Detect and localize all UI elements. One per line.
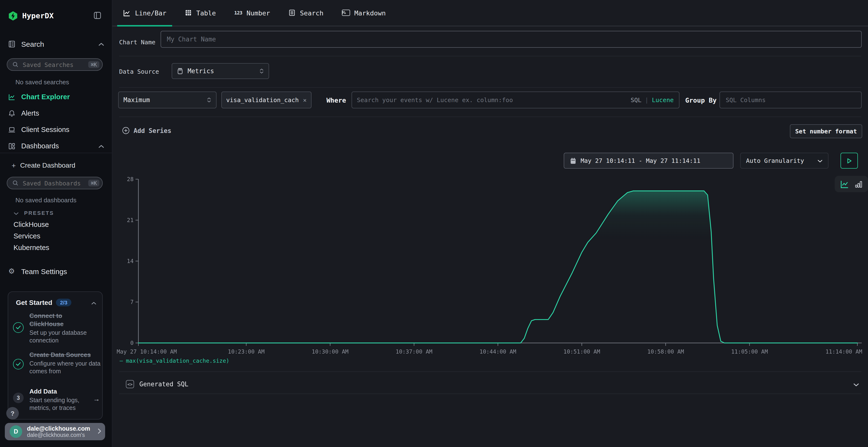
collapse-sidebar-icon[interactable]: [94, 11, 101, 19]
preset-item-kubernetes[interactable]: Kubernetes: [13, 243, 49, 252]
presets-toggle[interactable]: PRESETS: [13, 209, 54, 217]
chevron-up-icon: [91, 298, 96, 307]
chart-explorer-label: Chart Explorer: [21, 93, 70, 101]
metric-tag[interactable]: visa_validation_cach ✕: [221, 92, 311, 108]
line-bar-chart-icon: [123, 9, 131, 16]
database-icon: [177, 68, 183, 74]
svg-text:10:30:00 AM: 10:30:00 AM: [312, 348, 348, 355]
tab-label: Markdown: [354, 9, 386, 16]
avatar-initial: D: [14, 428, 18, 435]
sidebar-item-alerts[interactable]: Alerts: [8, 109, 39, 117]
aggregation-value: Maximum: [123, 96, 150, 104]
get-started-header[interactable]: Get Started 2/3: [16, 298, 96, 307]
divider: [119, 56, 861, 56]
query-language-toggle[interactable]: SQL | Lucene: [630, 96, 679, 104]
table-icon: [185, 9, 192, 16]
tab-line-bar[interactable]: Line/Bar: [117, 0, 172, 26]
lucene-mode-option[interactable]: Lucene: [652, 96, 674, 104]
timeseries-chart[interactable]: 07142128May 27 10:14:00 AM10:23:00 AM10:…: [119, 173, 862, 359]
main-content: Line/Bar Table 123 Number Search M↓ Ma: [112, 0, 868, 447]
tab-markdown[interactable]: M↓ Markdown: [336, 0, 392, 26]
svg-text:21: 21: [127, 217, 133, 223]
plus-icon: +: [11, 161, 16, 169]
user-subtitle: dale@clickhouse.com's: [27, 432, 97, 438]
svg-text:28: 28: [127, 176, 133, 182]
chevron-right-icon: [97, 427, 101, 436]
calendar-icon: [570, 157, 576, 164]
help-button[interactable]: ?: [6, 407, 19, 419]
svg-text:0: 0: [130, 340, 133, 346]
hyperdx-logo-icon: [8, 10, 18, 21]
saved-searches-input[interactable]: ⌘K: [7, 58, 103, 71]
user-menu[interactable]: D dale@clickhouse.com dale@clickhouse.co…: [5, 423, 105, 440]
where-search-input[interactable]: [352, 96, 630, 104]
sidebar-item-team-settings[interactable]: ⚙ Team Settings: [8, 267, 67, 276]
tab-label: Table: [196, 9, 216, 16]
svg-text:11:14:00 AM: 11:14:00 AM: [826, 348, 862, 355]
tab-number[interactable]: 123 Number: [228, 0, 276, 26]
alerts-label: Alerts: [21, 109, 39, 117]
tab-bar: Line/Bar Table 123 Number Search M↓ Ma: [112, 0, 868, 27]
markdown-icon: M↓: [342, 10, 350, 16]
saved-searches-field[interactable]: [22, 61, 89, 69]
no-saved-searches-text: No saved searches: [16, 78, 69, 86]
get-started-title: Get Started: [16, 299, 52, 306]
preset-item-services[interactable]: Services: [13, 232, 40, 240]
generated-sql-toggle[interactable]: <> Generated SQL: [119, 375, 861, 393]
saved-dashboards-field[interactable]: [22, 179, 89, 187]
create-dashboard-button[interactable]: + Create Dashboard: [11, 161, 75, 170]
run-query-button[interactable]: [840, 153, 858, 169]
divider: [119, 116, 861, 117]
granularity-select[interactable]: Auto Granularity: [740, 153, 829, 169]
sidebar-item-chart-explorer[interactable]: Chart Explorer: [8, 93, 70, 101]
chart-legend[interactable]: — max(visa_validation_cache.size): [120, 357, 229, 364]
sidebar-item-client-sessions[interactable]: Client Sessions: [8, 125, 69, 134]
add-series-button[interactable]: Add Series: [122, 127, 172, 134]
tab-label: Line/Bar: [135, 9, 166, 16]
step-title: Create Data Sources: [29, 351, 101, 359]
legend-dash-icon: —: [120, 357, 123, 364]
journal-icon: [8, 40, 16, 48]
saved-dashboards-input[interactable]: ⌘K: [7, 177, 103, 189]
document-list-icon: [288, 9, 296, 16]
app-logo[interactable]: HyperDX: [8, 10, 54, 21]
chevron-down-icon: [817, 157, 823, 164]
sidebar-search-label: Search: [21, 40, 44, 48]
sidebar-item-dashboards[interactable]: Dashboards: [8, 142, 104, 150]
remove-metric-icon[interactable]: ✕: [303, 97, 306, 103]
search-icon: [12, 61, 18, 68]
set-number-format-button[interactable]: Set number format: [790, 124, 862, 138]
get-started-step[interactable]: Connect to ClickHouse Set up your databa…: [29, 312, 98, 344]
preset-item-clickhouse[interactable]: ClickHouse: [13, 220, 49, 229]
app-title: HyperDX: [22, 11, 54, 20]
step-desc: Configure where your data comes from: [29, 360, 101, 375]
app-root: HyperDX Search ⌘K No saved searches: [0, 0, 868, 447]
get-started-card: Get Started 2/3 Connect to ClickHouse Se…: [8, 291, 103, 419]
preset-label: ClickHouse: [13, 220, 49, 228]
where-search-box: SQL | Lucene: [351, 92, 679, 108]
data-source-select[interactable]: Metrics: [172, 63, 269, 79]
chart-name-input[interactable]: [161, 31, 862, 48]
sidebar-divider: [0, 153, 112, 153]
divider: [119, 393, 861, 394]
no-saved-dashboards-text: No saved dashboards: [16, 197, 76, 204]
get-started-step[interactable]: Create Data Sources Configure where your…: [29, 351, 101, 375]
bell-icon: [8, 109, 16, 117]
svg-text:10:44:00 AM: 10:44:00 AM: [479, 348, 516, 355]
create-dashboard-label: Create Dashboard: [20, 161, 75, 169]
get-started-step[interactable]: Add Data Start sending logs, metrics, or…: [29, 387, 90, 412]
time-range-picker[interactable]: May 27 10:14:11 - May 27 11:14:11: [564, 153, 734, 169]
help-label: ?: [10, 410, 14, 417]
tab-search[interactable]: Search: [283, 0, 329, 26]
shortcut-badge: ⌘K: [89, 180, 99, 186]
aggregation-select[interactable]: Maximum: [118, 92, 217, 108]
preset-label: Kubernetes: [13, 244, 49, 251]
separator: |: [645, 96, 649, 104]
step-number-badge: 3: [13, 392, 24, 403]
sql-mode-option[interactable]: SQL: [630, 96, 641, 104]
sidebar-section-search[interactable]: Search: [8, 39, 104, 48]
tab-table[interactable]: Table: [179, 0, 222, 26]
user-email: dale@clickhouse.com: [27, 425, 97, 432]
gear-icon: ⚙: [8, 267, 16, 275]
group-by-input[interactable]: [719, 92, 862, 108]
